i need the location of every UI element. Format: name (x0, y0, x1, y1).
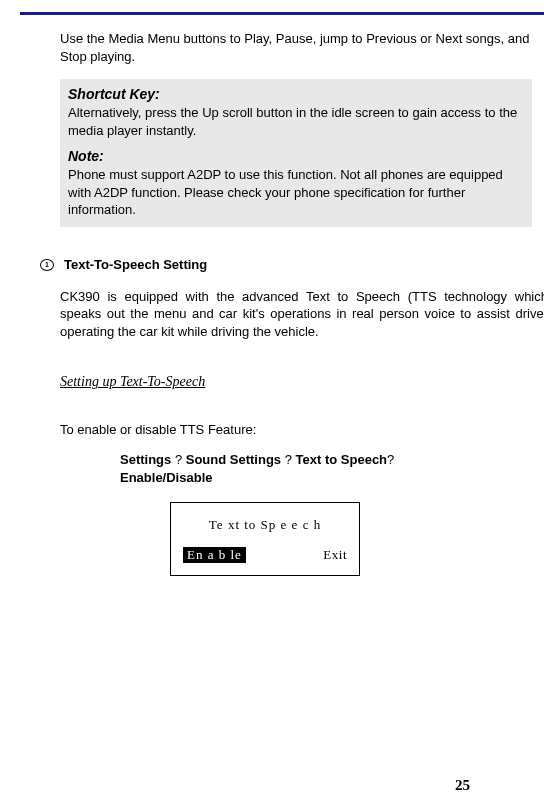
tts-enable-intro: To enable or disable TTS Feature: (60, 422, 544, 437)
note-body: Phone must support A2DP to use this func… (68, 167, 503, 217)
tts-subheading: Setting up Text-To-Speech (60, 374, 544, 390)
nav-settings: Settings (120, 452, 175, 467)
info-box: Shortcut Key: Alternatively, press the U… (60, 79, 532, 227)
nav-enable: Enable/Disable (120, 470, 212, 485)
device-screen-mockup: Te xt to Sp e e c h En a b le Exit (170, 502, 360, 576)
header-rule (20, 12, 544, 15)
settings-nav-path: Settings ? Sound Settings ? Text to Spee… (120, 451, 480, 487)
nav-tts: Text to Speech (292, 452, 387, 467)
page-number: 25 (455, 777, 470, 794)
nav-sep: ? (285, 452, 292, 467)
page-content: Use the Media Menu buttons to Play, Paus… (0, 0, 544, 576)
tts-description: CK390 is equipped with the advanced Text… (60, 288, 544, 341)
exit-button[interactable]: Exit (323, 547, 347, 563)
shortcut-key-heading: Shortcut Key: (68, 86, 160, 102)
tts-section-title: Text-To-Speech Setting (64, 257, 207, 272)
nav-sound: Sound Settings (182, 452, 285, 467)
note-heading: Note: (68, 148, 104, 164)
shortcut-key-body: Alternatively, press the Up scroll butto… (68, 105, 517, 138)
nav-sep: ? (387, 452, 394, 467)
intro-paragraph: Use the Media Menu buttons to Play, Paus… (60, 30, 544, 65)
section-bullet-icon: 1 (40, 259, 54, 271)
device-title: Te xt to Sp e e c h (183, 517, 347, 533)
enable-button[interactable]: En a b le (183, 547, 246, 563)
